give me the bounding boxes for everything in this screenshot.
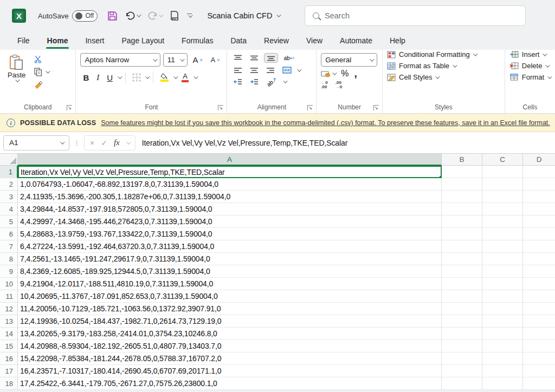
cell[interactable] xyxy=(523,340,555,352)
cell[interactable] xyxy=(442,365,482,377)
cell[interactable]: 16,4.23571,-7.10317,-180.414,-2690.45,0,… xyxy=(18,365,442,377)
cell[interactable] xyxy=(482,290,523,303)
row-header[interactable]: 8 xyxy=(0,253,18,265)
fill-color-dropdown-icon[interactable] xyxy=(173,74,178,79)
select-all-corner[interactable] xyxy=(0,154,18,166)
cell-a1-selected[interactable]: Iteration,Vx Vel,Vy Vel,Vz Vel,Pressure,… xyxy=(18,166,442,178)
cell[interactable] xyxy=(523,352,555,365)
tab-view[interactable]: View xyxy=(300,34,329,48)
accounting-format-button[interactable] xyxy=(321,70,335,77)
excel-logo-icon[interactable]: X xyxy=(12,9,26,23)
tab-page-layout[interactable]: Page Layout xyxy=(115,34,171,48)
search-box[interactable] xyxy=(305,5,526,26)
cell[interactable]: 5,4.28683,-13.9759,-193.767,133422,0,7.3… xyxy=(18,228,442,240)
column-header-a[interactable]: A xyxy=(18,154,442,166)
copy-button[interactable] xyxy=(34,68,42,76)
cell[interactable] xyxy=(442,328,482,340)
decrease-decimal-button[interactable]: .00 →0 xyxy=(335,81,342,89)
row-header[interactable]: 11 xyxy=(0,290,18,303)
bold-button[interactable]: B xyxy=(80,72,92,83)
customize-toolbar-button[interactable] xyxy=(187,14,192,18)
cell[interactable] xyxy=(442,352,482,365)
align-left-button[interactable] xyxy=(231,66,244,75)
grow-font-button[interactable]: A˄ xyxy=(190,54,205,66)
cell[interactable] xyxy=(523,278,555,290)
cell[interactable] xyxy=(482,215,523,228)
cell[interactable] xyxy=(523,253,555,265)
format-cells-button[interactable]: Format xyxy=(509,73,551,81)
tab-file[interactable]: File xyxy=(11,34,36,48)
row-header[interactable]: 6 xyxy=(0,228,18,240)
shrink-font-button[interactable]: A˅ xyxy=(208,55,223,65)
warning-link[interactable]: Some features might be lost if you save … xyxy=(101,119,550,127)
cell[interactable] xyxy=(482,203,523,215)
font-size-combobox[interactable]: 11 xyxy=(163,53,188,67)
cell[interactable] xyxy=(482,328,523,340)
row-header[interactable]: 15 xyxy=(0,340,18,352)
cell[interactable] xyxy=(523,178,555,191)
align-right-button[interactable] xyxy=(264,66,277,75)
row-header[interactable]: 1 xyxy=(0,166,18,178)
row-header[interactable]: 3 xyxy=(0,191,18,203)
cell[interactable] xyxy=(482,240,523,253)
number-format-combobox[interactable]: General xyxy=(321,53,377,67)
cell[interactable]: 13,4.20265,-9.3179,-183.258,-2414.01,0,3… xyxy=(18,328,442,340)
cell[interactable] xyxy=(442,278,482,290)
print-preview-button[interactable] xyxy=(170,11,179,21)
cell[interactable] xyxy=(523,315,555,328)
bottom-align-button[interactable] xyxy=(264,53,278,63)
cell[interactable]: 1,0.0764793,-1.06047,-68.892,13197.8,0,7… xyxy=(18,178,442,191)
cell[interactable] xyxy=(482,278,523,290)
cell[interactable] xyxy=(442,203,482,215)
cell[interactable] xyxy=(482,265,523,278)
cell[interactable]: 17,4.25422,-6.3441,-179.705,-2671.27,0,7… xyxy=(18,377,442,390)
name-box[interactable]: A1 xyxy=(3,135,69,151)
cell[interactable] xyxy=(523,328,555,340)
italic-button[interactable]: I xyxy=(94,72,102,83)
cell[interactable] xyxy=(523,303,555,315)
cell[interactable]: 14,4.20988,-8.59304,-182.192,-2605.51,0,… xyxy=(18,340,442,352)
middle-align-button[interactable] xyxy=(248,54,261,62)
wrap-text-button[interactable]: ab↩ xyxy=(281,55,296,62)
cell[interactable] xyxy=(482,303,523,315)
cell[interactable]: 10,4.20695,-11.3767,-187.091,852.653,0,7… xyxy=(18,290,442,303)
format-as-table-button[interactable]: Format as Table xyxy=(387,62,500,70)
tab-data[interactable]: Data xyxy=(224,34,253,48)
fill-color-button[interactable] xyxy=(158,72,171,83)
cell[interactable] xyxy=(482,166,523,178)
cut-button[interactable] xyxy=(34,55,49,63)
cell[interactable] xyxy=(523,166,555,178)
cell[interactable] xyxy=(482,315,523,328)
cell[interactable] xyxy=(482,365,523,377)
tab-home[interactable]: Home xyxy=(41,34,75,48)
cell[interactable] xyxy=(482,253,523,265)
cell-styles-button[interactable]: Cell Styles xyxy=(387,73,500,81)
cell[interactable] xyxy=(523,228,555,240)
tab-formulas[interactable]: Formulas xyxy=(175,34,220,48)
row-header[interactable]: 5 xyxy=(0,215,18,228)
delete-cells-button[interactable]: Delete xyxy=(509,62,551,70)
cell[interactable] xyxy=(482,377,523,390)
row-header[interactable]: 2 xyxy=(0,178,18,191)
insert-function-button[interactable]: fx xyxy=(114,138,120,147)
cell[interactable] xyxy=(442,290,482,303)
cell[interactable] xyxy=(523,365,555,377)
column-header-b[interactable]: B xyxy=(442,154,482,166)
cell[interactable] xyxy=(442,315,482,328)
cell[interactable] xyxy=(442,191,482,203)
cell[interactable] xyxy=(482,340,523,352)
row-header[interactable]: 17 xyxy=(0,365,18,377)
cell[interactable] xyxy=(442,377,482,390)
row-header[interactable]: 16 xyxy=(0,352,18,365)
cell[interactable] xyxy=(523,265,555,278)
cell[interactable]: 15,4.22098,-7.85384,-181.244,-2678.05,0,… xyxy=(18,352,442,365)
increase-decimal-button[interactable]: ←0 .00 xyxy=(321,81,327,89)
cell[interactable]: 7,4.2561,-13.1465,-191.247,29617.9,0,7.3… xyxy=(18,253,442,265)
cell[interactable]: 4,4.29997,-14.3468,-195.446,276423,0,7.3… xyxy=(18,215,442,228)
cell[interactable] xyxy=(523,191,555,203)
formula-input[interactable]: Iteration,Vx Vel,Vy Vel,Vz Vel,Pressure,… xyxy=(135,139,552,147)
font-dialog-launcher[interactable]: ↘ xyxy=(218,105,224,110)
cell[interactable] xyxy=(442,340,482,352)
cell[interactable] xyxy=(442,215,482,228)
column-header-d[interactable]: D xyxy=(523,154,555,166)
